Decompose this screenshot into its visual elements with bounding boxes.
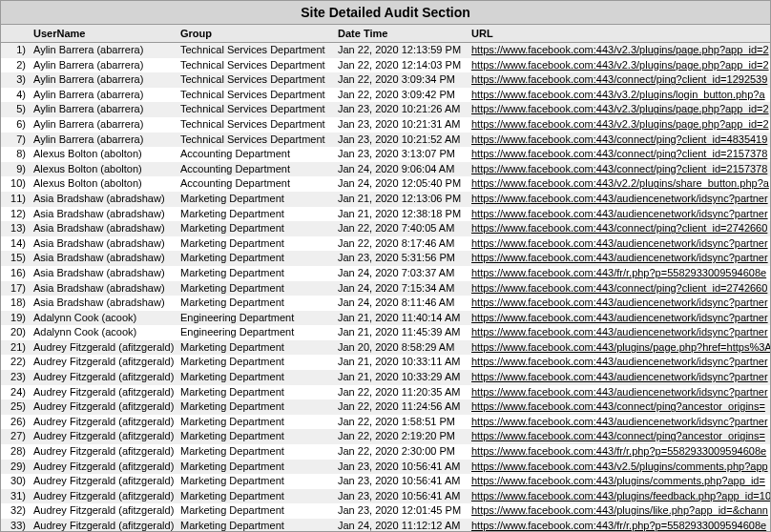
table-row[interactable]: 25)Audrey Fitzgerald (afitzgerald)Market… [1,399,770,415]
cell-url-link[interactable]: https://www.facebook.com:443/audiencenet… [471,236,770,252]
cell-url-link[interactable]: https://www.facebook.com:443/audiencenet… [471,296,770,311]
cell-url-link[interactable]: https://www.facebook.com:443/plugins/pag… [471,340,770,356]
table-row[interactable]: 30)Audrey Fitzgerald (afitzgerald)Market… [1,474,770,489]
table-row[interactable]: 17)Asia Bradshaw (abradshaw)Marketing De… [1,281,770,297]
table-row[interactable]: 6)Aylin Barrera (abarrera)Technical Serv… [1,117,770,133]
table-row[interactable]: 28)Audrey Fitzgerald (afitzgerald)Market… [1,444,770,460]
cell-group: Marketing Department [180,281,338,297]
cell-datetime: Jan 22, 2020 11:24:56 AM [338,399,471,415]
table-row[interactable]: 21)Audrey Fitzgerald (afitzgerald)Market… [1,340,770,356]
cell-url-link[interactable]: https://www.facebook.com:443/plugins/fee… [471,489,770,504]
col-url[interactable]: URL [471,28,770,39]
cell-datetime: Jan 22, 2020 12:14:03 PM [338,58,471,73]
table-row[interactable]: 22)Audrey Fitzgerald (afitzgerald)Market… [1,355,770,370]
table-row[interactable]: 19)Adalynn Cook (acook)Engineering Depar… [1,311,770,326]
cell-url-link[interactable]: https://www.facebook.com:443/connect/pin… [471,429,770,444]
cell-url-link[interactable]: https://www.facebook.com:443/audiencenet… [471,207,770,222]
cell-url-link[interactable]: https://www.facebook.com:443/connect/pin… [471,221,770,236]
table-row[interactable]: 2)Aylin Barrera (abarrera)Technical Serv… [1,58,770,73]
table-row[interactable]: 26)Audrey Fitzgerald (afitzgerald)Market… [1,415,770,430]
table-row[interactable]: 20)Adalynn Cook (acook)Engineering Depar… [1,325,770,340]
cell-datetime: Jan 23, 2020 12:01:45 PM [338,503,471,519]
table-row[interactable]: 8)Alexus Bolton (abolton)Accounting Depa… [1,147,770,162]
table-row[interactable]: 14)Asia Bradshaw (abradshaw)Marketing De… [1,236,770,252]
cell-rownum: 2) [1,58,30,73]
table-row[interactable]: 33)Audrey Fitzgerald (afitzgerald)Market… [1,519,770,532]
cell-url-link[interactable]: https://www.facebook.com:443/audiencenet… [471,192,770,207]
cell-url-link[interactable]: https://www.facebook.com:443/v2.3/plugin… [471,117,770,133]
cell-rownum: 1) [1,43,30,58]
cell-url-link[interactable]: https://www.facebook.com:443/audiencenet… [471,370,770,385]
cell-url-link[interactable]: https://www.facebook.com:443/plugins/com… [471,474,770,489]
table-row[interactable]: 27)Audrey Fitzgerald (afitzgerald)Market… [1,429,770,444]
cell-url-link[interactable]: https://www.facebook.com:443/fr/r.php?p=… [471,266,770,281]
table-row[interactable]: 9)Alexus Bolton (abolton)Accounting Depa… [1,162,770,177]
cell-username: Aylin Barrera (abarrera) [30,58,180,73]
table-row[interactable]: 4)Aylin Barrera (abarrera)Technical Serv… [1,88,770,103]
table-row[interactable]: 15)Asia Bradshaw (abradshaw)Marketing De… [1,251,770,266]
cell-group: Marketing Department [180,460,338,475]
cell-url-link[interactable]: https://www.facebook.com:443/connect/pin… [471,147,770,162]
table-row[interactable]: 1)Aylin Barrera (abarrera)Technical Serv… [1,43,770,58]
cell-url-link[interactable]: https://www.facebook.com:443/connect/pin… [471,162,770,177]
cell-username: Audrey Fitzgerald (afitzgerald) [30,415,180,430]
cell-url-link[interactable]: https://www.facebook.com:443/v2.5/plugin… [471,460,770,475]
table-row[interactable]: 18)Asia Bradshaw (abradshaw)Marketing De… [1,296,770,311]
cell-username: Alexus Bolton (abolton) [30,176,180,192]
cell-rownum: 3) [1,72,30,88]
cell-url-link[interactable]: https://www.facebook.com:443/fr/r.php?p=… [471,444,770,460]
cell-username: Audrey Fitzgerald (afitzgerald) [30,474,180,489]
cell-url-link[interactable]: https://www.facebook.com:443/audiencenet… [471,355,770,370]
cell-url-link[interactable]: https://www.facebook.com:443/connect/pin… [471,72,770,88]
cell-url-link[interactable]: https://www.facebook.com:443/plugins/lik… [471,503,770,519]
cell-username: Audrey Fitzgerald (afitzgerald) [30,370,180,385]
table-row[interactable]: 29)Audrey Fitzgerald (afitzgerald)Market… [1,460,770,475]
table-row[interactable]: 3)Aylin Barrera (abarrera)Technical Serv… [1,72,770,88]
table-row[interactable]: 23)Audrey Fitzgerald (afitzgerald)Market… [1,370,770,385]
col-username[interactable]: UserName [30,28,180,39]
cell-url-link[interactable]: https://www.facebook.com:443/connect/pin… [471,281,770,297]
cell-username: Asia Bradshaw (abradshaw) [30,192,180,207]
table-row[interactable]: 24)Audrey Fitzgerald (afitzgerald)Market… [1,385,770,400]
col-datetime[interactable]: Date Time [338,28,471,39]
cell-url-link[interactable]: https://www.facebook.com:443/v2.3/plugin… [471,58,770,73]
cell-group: Marketing Department [180,415,338,430]
cell-url-link[interactable]: https://www.facebook.com:443/fr/r.php?p=… [471,519,770,532]
table-row[interactable]: 31)Audrey Fitzgerald (afitzgerald)Market… [1,489,770,504]
cell-rownum: 24) [1,385,30,400]
cell-username: Adalynn Cook (acook) [30,311,180,326]
cell-username: Aylin Barrera (abarrera) [30,43,180,58]
table-row[interactable]: 11)Asia Bradshaw (abradshaw)Marketing De… [1,192,770,207]
table-row[interactable]: 12)Asia Bradshaw (abradshaw)Marketing De… [1,207,770,222]
cell-group: Engineering Department [180,311,338,326]
cell-url-link[interactable]: https://www.facebook.com:443/audiencenet… [471,311,770,326]
table-row[interactable]: 7)Aylin Barrera (abarrera)Technical Serv… [1,133,770,148]
cell-url-link[interactable]: https://www.facebook.com:443/connect/pin… [471,133,770,148]
cell-url-link[interactable]: https://www.facebook.com:443/audiencenet… [471,251,770,266]
cell-group: Technical Services Department [180,58,338,73]
cell-url-link[interactable]: https://www.facebook.com:443/v2.3/plugin… [471,102,770,117]
cell-url-link[interactable]: https://www.facebook.com:443/v3.2/plugin… [471,88,770,103]
cell-datetime: Jan 23, 2020 10:21:52 AM [338,133,471,148]
table-row[interactable]: 10)Alexus Bolton (abolton)Accounting Dep… [1,176,770,192]
cell-url-link[interactable]: https://www.facebook.com:443/connect/pin… [471,399,770,415]
cell-username: Audrey Fitzgerald (afitzgerald) [30,355,180,370]
cell-url-link[interactable]: https://www.facebook.com:443/audiencenet… [471,325,770,340]
table-row[interactable]: 32)Audrey Fitzgerald (afitzgerald)Market… [1,503,770,519]
table-row[interactable]: 13)Asia Bradshaw (abradshaw)Marketing De… [1,221,770,236]
cell-url-link[interactable]: https://www.facebook.com:443/v2.2/plugin… [471,176,770,192]
cell-url-link[interactable]: https://www.facebook.com:443/v2.3/plugin… [471,43,770,58]
table-header: UserName Group Date Time URL [1,25,770,43]
col-group[interactable]: Group [180,28,338,39]
cell-group: Marketing Department [180,503,338,519]
cell-group: Marketing Department [180,474,338,489]
table-row[interactable]: 5)Aylin Barrera (abarrera)Technical Serv… [1,102,770,117]
cell-rownum: 15) [1,251,30,266]
cell-url-link[interactable]: https://www.facebook.com:443/audiencenet… [471,385,770,400]
cell-username: Asia Bradshaw (abradshaw) [30,236,180,252]
table-row[interactable]: 16)Asia Bradshaw (abradshaw)Marketing De… [1,266,770,281]
cell-group: Marketing Department [180,251,338,266]
cell-group: Technical Services Department [180,133,338,148]
cell-group: Technical Services Department [180,117,338,133]
cell-url-link[interactable]: https://www.facebook.com:443/audiencenet… [471,415,770,430]
